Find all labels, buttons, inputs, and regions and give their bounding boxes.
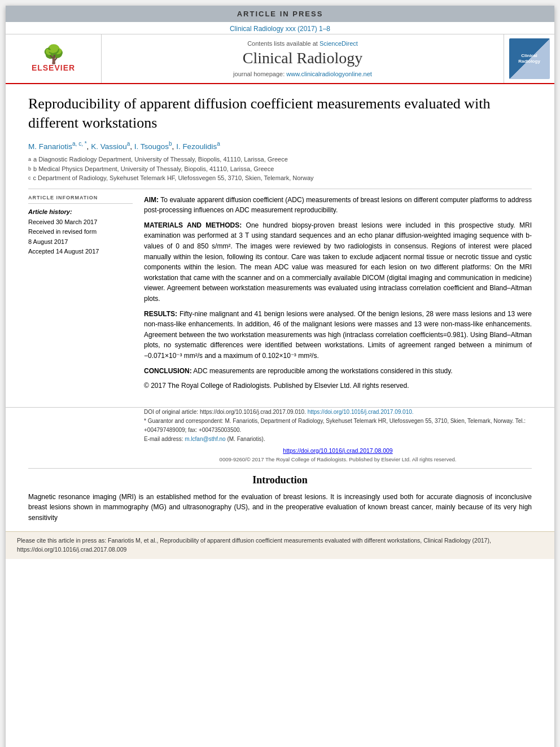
affiliation-b: bb Medical Physics Department, Universit… (28, 164, 532, 174)
article-content: Reproducibility of apparent diffusion co… (6, 84, 554, 401)
footer-right: DOI of original article: https://doi.org… (144, 408, 532, 462)
history-item-2: 8 August 2017 (28, 237, 133, 247)
contents-text: Contents lists available at (247, 40, 318, 47)
conclusion-label: CONCLUSION: (144, 367, 192, 375)
homepage-url[interactable]: www.clinicalradiologyonline.net (286, 71, 372, 77)
sciencedirect-link[interactable]: ScienceDirect (320, 40, 358, 47)
history-item-0: Received 30 March 2017 (28, 217, 133, 228)
issn-line: 0009-9260/© 2017 The Royal College of Ra… (144, 456, 532, 462)
methods-label: MATERIALS AND METHODS: (144, 221, 242, 229)
journal-header: Clinical Radiology xxx (2017) 1–8 🌳 ELSE… (6, 22, 554, 84)
two-col-section: ARTICLE INFORMATION Article history: Rec… (28, 195, 532, 396)
abstract-results: RESULTS: Fifty-nine malignant and 41 ben… (144, 309, 532, 361)
bottom-notice: Please cite this article in press as: Fa… (6, 531, 554, 559)
right-col-abstract: AIM: To evaluate apparent diffusion coef… (144, 195, 532, 396)
doi-original-text: DOI of original article: https://doi.org… (144, 409, 306, 415)
elsevier-logo-area: 🌳 ELSEVIER (6, 34, 102, 83)
article-info-heading: ARTICLE INFORMATION (28, 195, 133, 200)
affiliation-a-text: a Diagnostic Radiology Department, Unive… (33, 155, 288, 164)
history-item-3: Accepted 14 August 2017 (28, 247, 133, 257)
history-item-1: Received in revised form (28, 227, 133, 237)
abstract-methods: MATERIALS AND METHODS: One hundred biops… (144, 220, 532, 304)
article-title: Reproducibility of apparent diffusion co… (28, 94, 532, 133)
doi-original-link[interactable]: https://doi.org/10.1016/j.crad.2017.09.0… (308, 409, 414, 415)
journal-homepage: journal homepage: www.clinicalradiologyo… (233, 71, 372, 77)
affiliation-a: aa Diagnostic Radiology Department, Univ… (28, 155, 532, 164)
footer-left (28, 408, 133, 462)
abstract-conclusion: CONCLUSION: ADC measurements are reprodu… (144, 366, 532, 377)
left-col: ARTICLE INFORMATION Article history: Rec… (28, 195, 133, 396)
email-line: E-mail address: m.lcfan@sthf.no (M. Fana… (144, 435, 532, 444)
radiology-logo-box: ClinicalRadiology (509, 38, 550, 79)
aim-label: AIM: (144, 196, 159, 204)
journal-title-area: Contents lists available at ScienceDirec… (102, 34, 504, 83)
elsevier-tree-icon: 🌳 (42, 45, 65, 63)
guarantor-line: * Guarantor and correspondent: M. Fanari… (144, 417, 532, 435)
email-link[interactable]: m.lcfan@sthf.no (185, 436, 225, 442)
introduction-heading: Introduction (28, 474, 532, 486)
footnotes: DOI of original article: https://doi.org… (144, 408, 532, 444)
journal-header-inner: 🌳 ELSEVIER Contents lists available at S… (6, 34, 554, 83)
divider-left (28, 203, 133, 204)
article-history-label: Article history: (28, 208, 133, 215)
doi-original-line: DOI of original article: https://doi.org… (144, 408, 532, 417)
abstract-copyright: © 2017 The Royal College of Radiologists… (144, 381, 532, 391)
divider-2 (28, 468, 532, 469)
results-text: Fifty-nine malignant and 41 benign lesio… (144, 310, 532, 360)
author-tsougos: I. Tsougos (134, 142, 169, 150)
email-suffix: (M. Fanariotis). (227, 436, 265, 442)
conclusion-text: ADC measurements are reproducible among … (193, 367, 452, 375)
contents-line: Contents lists available at ScienceDirec… (247, 40, 358, 47)
affiliation-b-text: b Medical Physics Department, University… (33, 164, 274, 174)
author-vassiou: K. Vassiou (91, 142, 127, 150)
email-label: E-mail address: (144, 436, 183, 442)
affiliations: aa Diagnostic Radiology Department, Univ… (28, 155, 532, 183)
aim-text: To evaluate apparent diffusion coefficie… (144, 196, 532, 215)
journal-citation: Clinical Radiology xxx (2017) 1–8 (6, 22, 554, 34)
author-fanariotis: M. Fanariotis (28, 142, 72, 150)
authors-line: M. Fanariotisa, c, *, K. Vassioua, I. Ts… (28, 141, 532, 151)
journal-main-title: Clinical Radiology (243, 49, 362, 67)
doi-link[interactable]: https://doi.org/10.1016/j.crad.2017.08.0… (283, 447, 392, 454)
radiology-logo-area: ClinicalRadiology (504, 34, 554, 83)
elsevier-logo: 🌳 ELSEVIER (20, 42, 88, 76)
results-label: RESULTS: (144, 310, 177, 318)
affiliation-c: cc Department of Radiology, Sykehuset Te… (28, 173, 532, 183)
methods-text: One hundred biopsy-proven breast lesions… (144, 221, 532, 303)
homepage-label: journal homepage: (233, 71, 285, 77)
introduction-text: Magnetic resonance imaging (MRI) is an e… (28, 492, 532, 523)
doi-link-line: https://doi.org/10.1016/j.crad.2017.08.0… (144, 447, 532, 454)
author-fezoulidis: I. Fezoulidis (176, 142, 217, 150)
abstract-aim: AIM: To evaluate apparent diffusion coef… (144, 195, 532, 216)
article-in-press-banner: ARTICLE IN PRESS (6, 6, 554, 22)
introduction-section: Introduction Magnetic resonance imaging … (6, 474, 554, 523)
footer-section: DOI of original article: https://doi.org… (6, 407, 554, 462)
divider-1 (28, 189, 532, 189)
elsevier-text: ELSEVIER (32, 63, 75, 72)
affiliation-c-text: c Department of Radiology, Sykehuset Tel… (33, 173, 314, 183)
